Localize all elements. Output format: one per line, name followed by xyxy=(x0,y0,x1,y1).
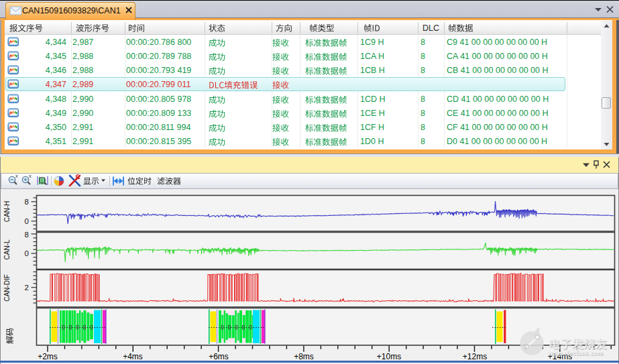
svg-text:x: x xyxy=(15,173,18,179)
svg-text:x: x xyxy=(29,173,32,179)
svg-text:www.elecfans.com: www.elecfans.com xyxy=(547,350,603,357)
